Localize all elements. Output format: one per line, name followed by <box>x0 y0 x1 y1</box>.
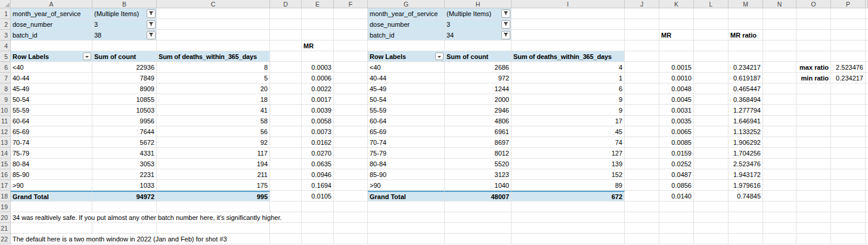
cell-M6[interactable]: 0.234217 <box>728 62 763 73</box>
cell-J16[interactable] <box>625 169 659 180</box>
cell-K13[interactable]: 0.0085 <box>659 137 694 148</box>
column-header-O[interactable]: O <box>796 0 831 8</box>
cell-L20[interactable] <box>694 212 728 223</box>
cell-N12[interactable] <box>763 126 796 137</box>
cell-N18[interactable] <box>763 191 796 201</box>
cell-O14[interactable] <box>796 148 831 159</box>
cell-J11[interactable] <box>625 116 659 126</box>
cell-M9[interactable]: 0.368494 <box>728 94 763 105</box>
cell-E10[interactable]: 0.0039 <box>302 105 334 116</box>
cell-C13[interactable]: 92 <box>157 137 270 148</box>
cell-N15[interactable] <box>763 159 796 169</box>
cell-O6[interactable]: max ratio <box>796 62 831 73</box>
cell-M22[interactable] <box>728 234 763 244</box>
cell-O21[interactable] <box>796 223 831 234</box>
column-header-F[interactable]: F <box>334 0 368 8</box>
cell-E7[interactable]: 0.0006 <box>302 73 334 83</box>
cell-edge-12[interactable] <box>866 126 868 137</box>
cell-E15[interactable]: 0.0635 <box>302 159 334 169</box>
cell-J14[interactable] <box>625 148 659 159</box>
cell-L2[interactable] <box>694 19 728 30</box>
cell-I9[interactable]: 9 <box>512 94 625 105</box>
cell-P18[interactable] <box>831 191 866 201</box>
cell-G15[interactable]: 80-84 <box>368 159 445 169</box>
cell-M7[interactable]: 0.619187 <box>728 73 763 83</box>
cell-edge-16[interactable] <box>866 169 868 180</box>
cell-A15[interactable]: 80-84 <box>11 159 92 169</box>
row-header-3[interactable]: 3 <box>0 30 11 41</box>
cell-O18[interactable] <box>796 191 831 201</box>
filter-button[interactable] <box>147 31 156 39</box>
cell-edge-9[interactable] <box>866 94 868 105</box>
cell-A4[interactable] <box>11 41 92 51</box>
cell-G3[interactable]: batch_id <box>368 30 445 41</box>
row-header-18[interactable]: 18 <box>0 191 11 201</box>
cell-D9[interactable] <box>270 94 302 105</box>
cell-D2[interactable] <box>270 19 302 30</box>
cell-C16[interactable]: 211 <box>157 169 270 180</box>
cell-G5[interactable]: Row Labels <box>368 51 445 62</box>
cell-C3[interactable] <box>157 30 270 41</box>
cell-A8[interactable]: 45-49 <box>11 83 92 94</box>
cell-G21[interactable] <box>368 223 445 234</box>
cell-edge-14[interactable] <box>866 148 868 159</box>
row-header-10[interactable]: 10 <box>0 105 11 116</box>
cell-L10[interactable] <box>694 105 728 116</box>
cell-G18[interactable]: Grand Total <box>368 191 445 201</box>
cell-F16[interactable] <box>334 169 368 180</box>
cell-K7[interactable]: 0.0010 <box>659 73 694 83</box>
cell-C5[interactable]: Sum of deaths_within_365_days <box>157 51 270 62</box>
cell-K6[interactable]: 0.0015 <box>659 62 694 73</box>
cell-L21[interactable] <box>694 223 728 234</box>
cell-L7[interactable] <box>694 73 728 83</box>
cell-D7[interactable] <box>270 73 302 83</box>
cell-F13[interactable] <box>334 137 368 148</box>
row-header-7[interactable]: 7 <box>0 73 11 83</box>
cell-C15[interactable]: 194 <box>157 159 270 169</box>
cell-N22[interactable] <box>763 234 796 244</box>
cell-L11[interactable] <box>694 116 728 126</box>
row-header-14[interactable]: 14 <box>0 148 11 159</box>
cell-N16[interactable] <box>763 169 796 180</box>
cell-edge-7[interactable] <box>866 73 868 83</box>
cell-K17[interactable]: 0.0856 <box>659 180 694 191</box>
cell-C6[interactable]: 8 <box>157 62 270 73</box>
cell-O10[interactable] <box>796 105 831 116</box>
cell-A19[interactable] <box>11 201 92 212</box>
cell-C9[interactable]: 18 <box>157 94 270 105</box>
cell-M11[interactable]: 1.646941 <box>728 116 763 126</box>
cell-P16[interactable] <box>831 169 866 180</box>
cell-E8[interactable]: 0.0022 <box>302 83 334 94</box>
cell-N10[interactable] <box>763 105 796 116</box>
cell-N17[interactable] <box>763 180 796 191</box>
cell-L18[interactable] <box>694 191 728 201</box>
cell-K22[interactable] <box>659 234 694 244</box>
cell-E19[interactable] <box>302 201 334 212</box>
cell-J20[interactable] <box>625 212 659 223</box>
cell-I21[interactable] <box>512 223 625 234</box>
cell-K15[interactable]: 0.0252 <box>659 159 694 169</box>
cell-E6[interactable]: 0.0003 <box>302 62 334 73</box>
cell-P21[interactable] <box>831 223 866 234</box>
cell-O8[interactable] <box>796 83 831 94</box>
cell-L19[interactable] <box>694 201 728 212</box>
cell-O7[interactable]: min ratio <box>796 73 831 83</box>
cell-M4[interactable] <box>728 41 763 51</box>
cell-J6[interactable] <box>625 62 659 73</box>
cell-edge-8[interactable] <box>866 83 868 94</box>
cell-O13[interactable] <box>796 137 831 148</box>
cell-C11[interactable]: 58 <box>157 116 270 126</box>
column-header-B[interactable]: B <box>92 0 157 8</box>
cell-F11[interactable] <box>334 116 368 126</box>
cell-L16[interactable] <box>694 169 728 180</box>
filter-button[interactable] <box>501 20 510 29</box>
cell-P2[interactable] <box>831 19 866 30</box>
cell-K9[interactable]: 0.0045 <box>659 94 694 105</box>
cell-E5[interactable] <box>302 51 334 62</box>
cell-N8[interactable] <box>763 83 796 94</box>
cell-P11[interactable] <box>831 116 866 126</box>
cell-G7[interactable]: 40-44 <box>368 73 445 83</box>
row-header-11[interactable]: 11 <box>0 116 11 126</box>
cell-edge-6[interactable] <box>866 62 868 73</box>
rowlabels-dropdown-button[interactable] <box>83 52 91 60</box>
